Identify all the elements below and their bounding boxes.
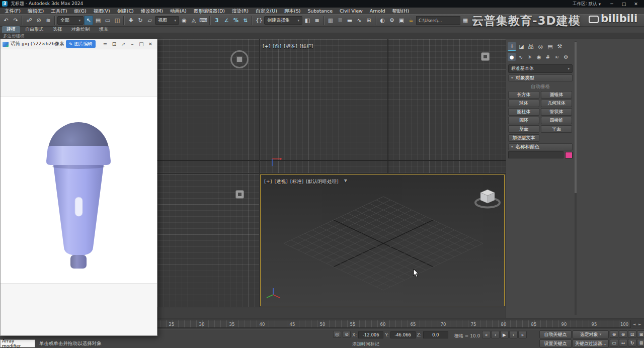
menu-item[interactable]: 创建(C) xyxy=(114,8,137,14)
toggle-layer-explorer-icon[interactable]: ≣ xyxy=(336,16,345,25)
viewer-close-icon[interactable]: ✕ xyxy=(146,40,155,48)
maximize-viewport-toggle-icon[interactable]: ⊠ xyxy=(637,339,644,346)
menu-item[interactable]: 文件(F) xyxy=(1,8,24,14)
object-type-rollout[interactable]: ▾ 对象类型 xyxy=(508,74,573,81)
viewport-perspective[interactable]: [+] [透视] [标准] [默认明暗处理] ▼ xyxy=(260,175,505,306)
viewer-maximize-icon[interactable]: □ xyxy=(137,40,146,48)
hierarchy-tab[interactable]: 品 xyxy=(527,42,535,51)
minimize-button[interactable]: ─ xyxy=(606,1,618,7)
systems-category[interactable]: ⚙ xyxy=(562,53,570,61)
maximize-button[interactable]: □ xyxy=(618,1,630,7)
menu-item[interactable]: 图形编辑器(D) xyxy=(190,8,228,14)
y-coordinate-field[interactable]: -46.066 xyxy=(390,331,416,338)
primitive-type-dropdown[interactable]: 标准基本体 ▾ xyxy=(508,64,573,73)
view-cube[interactable] xyxy=(474,187,501,210)
viewport-menu-general[interactable]: [+] xyxy=(263,43,270,50)
named-selection-set-dropdown[interactable]: 创建选择集 ▾ xyxy=(264,16,302,25)
textplus-button[interactable]: 加强型文本 xyxy=(508,134,539,142)
ribbon-tab-freeform[interactable]: 自由形式 xyxy=(21,26,48,33)
pyramid-button[interactable]: 四棱锥 xyxy=(541,117,572,124)
ribbon-tab-object-paint[interactable]: 对象绘制 xyxy=(67,26,94,33)
x-coordinate-field[interactable]: -12.006 xyxy=(358,331,383,338)
display-tab[interactable]: ▤ xyxy=(546,42,554,51)
isolate-selection-toggle-icon[interactable]: ◎ xyxy=(333,331,341,338)
next-frame-button[interactable]: › xyxy=(509,331,518,338)
viewer-image-canvas[interactable] xyxy=(1,96,157,284)
torus-button[interactable]: 圆环 xyxy=(508,117,539,124)
lights-category[interactable]: ☀ xyxy=(526,53,534,61)
pan-icon[interactable]: ↔ xyxy=(619,339,627,346)
geometry-category[interactable]: ● xyxy=(508,53,516,61)
asset-tracking-icon[interactable]: ◈ xyxy=(470,16,479,25)
zoom-all-icon[interactable]: ⊛ xyxy=(619,330,627,338)
viewer-thumbnail-icon[interactable]: ⊡ xyxy=(110,40,119,48)
zoom-extents-icon[interactable]: ⊡ xyxy=(628,330,636,338)
workspace-selector[interactable]: 工作区: 默认 ▾ xyxy=(573,1,606,7)
selection-lock-toggle-icon[interactable]: ⊘ xyxy=(343,331,351,338)
plane-button[interactable]: 平面 xyxy=(541,125,572,133)
viewport-menu-standard[interactable]: [标准] xyxy=(290,179,303,185)
rendered-frame-window-icon[interactable]: ▣ xyxy=(397,16,406,25)
edit-named-selection-sets-icon[interactable]: {} xyxy=(255,16,264,25)
rectangular-selection-region-icon[interactable]: ▭ xyxy=(103,16,112,25)
viewport-bottom-left[interactable] xyxy=(157,174,259,307)
zoom-icon[interactable]: ⊕ xyxy=(610,330,618,338)
unlink-selection-icon[interactable]: ⊘ xyxy=(34,16,43,25)
zoom-region-icon[interactable]: ▭ xyxy=(610,339,618,346)
orbit-icon[interactable]: ↻ xyxy=(628,339,636,346)
toggle-ribbon-icon[interactable]: ▬ xyxy=(345,16,354,25)
viewer-minimize-icon[interactable]: – xyxy=(128,40,137,48)
ribbon-tab-modeling[interactable]: 建模 xyxy=(2,26,20,33)
spinner-snap-icon[interactable]: ⇅ xyxy=(241,16,250,25)
box-button[interactable]: 长方体 xyxy=(508,91,539,99)
schematic-view-icon[interactable]: ⊞ xyxy=(364,16,373,25)
maxscript-mini-listener[interactable]: Array modifier xyxy=(0,339,35,347)
use-pivot-point-icon[interactable]: ◉ xyxy=(180,16,189,25)
ribbon-tab-selection[interactable]: 选择 xyxy=(48,26,66,33)
geosphere-button[interactable]: 几何球体 xyxy=(541,100,572,107)
select-and-rotate-icon[interactable]: ↻ xyxy=(136,16,145,25)
panel-scrollbar[interactable] xyxy=(575,41,577,315)
select-and-move-icon[interactable]: ✚ xyxy=(126,16,135,25)
viewport-menu-shading[interactable]: [默认明暗处理] xyxy=(306,179,338,185)
scrollbar-thumb[interactable] xyxy=(575,42,577,193)
viewer-fullscreen-icon[interactable]: ↗ xyxy=(119,40,128,48)
select-and-manipulate-icon[interactable]: ◬ xyxy=(189,16,198,25)
teapot-button[interactable]: 茶壶 xyxy=(508,125,539,133)
sphere-button[interactable]: 球体 xyxy=(508,100,539,107)
modify-tab[interactable]: ◪ xyxy=(517,42,526,51)
app-logo-icon[interactable]: 3 xyxy=(2,1,8,7)
previous-frame-button[interactable]: ‹ xyxy=(491,331,500,338)
image-edit-button[interactable]: ✎ 图片编辑 xyxy=(66,40,96,48)
name-color-rollout[interactable]: ▾ 名称和颜色 xyxy=(508,143,573,150)
window-crossing-icon[interactable]: ◫ xyxy=(113,16,122,25)
play-button[interactable]: ▶ xyxy=(500,331,509,338)
z-coordinate-field[interactable]: 0.0 xyxy=(423,331,448,338)
zoom-extents-all-icon[interactable]: ⊞ xyxy=(637,330,644,338)
menu-item[interactable]: 编辑(E) xyxy=(24,8,47,14)
object-color-swatch[interactable] xyxy=(565,152,573,158)
select-object-icon[interactable]: ↖ xyxy=(84,16,93,25)
render-production-icon[interactable]: ☕ xyxy=(407,16,416,25)
project-folder-field[interactable]: C:\Users\... xyxy=(416,16,460,25)
image-viewer-window[interactable]: 话筒.jpg (522×626像素… ✎ 图片编辑 ≡⊡↗–□✕ xyxy=(0,39,157,336)
viewcube-collapsed-icon[interactable] xyxy=(481,52,490,61)
mirror-icon[interactable]: ◧ xyxy=(303,16,312,25)
menu-item[interactable]: 帮助(H) xyxy=(389,8,413,14)
menu-item[interactable]: 动画(A) xyxy=(167,8,190,14)
timeline-prev-icon[interactable]: ◄ xyxy=(633,322,635,326)
viewport-front[interactable]: [+] [前] [标准] [线框] xyxy=(157,39,506,173)
redo-icon[interactable]: ↷ xyxy=(11,16,20,25)
menu-item[interactable]: Arnold xyxy=(366,8,389,14)
viewport-menu-pov[interactable]: [透视] xyxy=(274,179,287,185)
angle-snap-icon[interactable]: ∠ xyxy=(222,16,231,25)
bind-to-space-warp-icon[interactable]: ≋ xyxy=(44,16,53,25)
key-filters-button[interactable]: 关键点过滤器... xyxy=(573,339,609,347)
undo-icon[interactable]: ↶ xyxy=(2,16,11,25)
toggle-scene-explorer-icon[interactable]: ▥ xyxy=(326,16,335,25)
curve-editor-icon[interactable]: ∿ xyxy=(355,16,364,25)
material-editor-icon[interactable]: ◐ xyxy=(378,16,387,25)
viewcube-collapsed-icon[interactable] xyxy=(235,190,244,199)
ribbon-tab-populate[interactable]: 填充 xyxy=(95,26,113,33)
snaps-toggle-icon[interactable]: 3 xyxy=(212,16,221,25)
